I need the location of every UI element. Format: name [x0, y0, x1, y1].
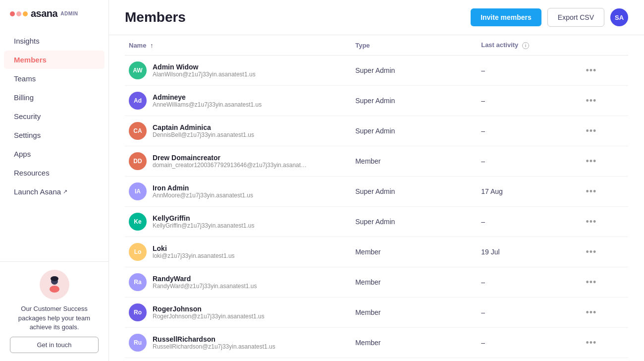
members-table: Name ↑ Type Last activity i AW A — [125, 35, 628, 361]
member-actions-button-6[interactable]: ••• — [582, 245, 600, 259]
member-email-9: RussellRichardson@z1u7j33yin.asanatest1.… — [153, 343, 275, 350]
member-email-1: AnneWilliams@z1u7j33yin.asanatest1.us — [153, 101, 262, 108]
dot-orange — [23, 11, 28, 16]
sidebar-nav: InsightsMembersTeamsBillingSecuritySetti… — [0, 27, 108, 261]
main-content: Members Invite members Export CSV SA Nam… — [109, 0, 644, 361]
table-row: AW Admin Widow AlanWilson@z1u7j33yin.asa… — [125, 56, 628, 86]
member-email-4: AnnMoore@z1u7j33yin.asanatest1.us — [153, 192, 253, 199]
customer-success-card: Our Customer Success packages help your … — [10, 270, 99, 353]
member-type-0: Super Admin — [351, 56, 477, 86]
activity-info-icon[interactable]: i — [522, 42, 529, 49]
column-header-name[interactable]: Name ↑ — [125, 35, 351, 56]
get-in-touch-button[interactable]: Get in touch — [10, 337, 99, 353]
member-email-2: DennisBell@z1u7j33yin.asanatest1.us — [153, 131, 254, 138]
member-actions-3: ••• — [578, 146, 628, 177]
member-activity-1: – — [477, 86, 578, 116]
column-header-activity[interactable]: Last activity i — [477, 35, 578, 56]
member-name-4: Iron Admin — [153, 184, 253, 192]
member-actions-7: ••• — [578, 267, 628, 298]
table-header: Name ↑ Type Last activity i — [125, 35, 628, 56]
sidebar-item-security[interactable]: Security — [4, 107, 105, 125]
member-avatar-7: Ra — [129, 273, 147, 291]
user-avatar[interactable]: SA — [610, 8, 628, 26]
member-email-7: RandyWard@z1u7j33yin.asanatest1.us — [153, 283, 257, 290]
invite-members-button[interactable]: Invite members — [471, 8, 541, 26]
member-cell-5: Ke KellyGriffin KellyGriffin@z1u7j33yin.… — [125, 207, 351, 237]
member-actions-1: ••• — [578, 86, 628, 116]
member-type-5: Super Admin — [351, 207, 477, 237]
member-type-2: Super Admin — [351, 116, 477, 146]
member-cell-8: Ro RogerJohnson RogerJohnson@z1u7j33yin.… — [125, 298, 351, 328]
sidebar-item-settings[interactable]: Settings — [4, 126, 105, 144]
member-activity-4: 17 Aug — [477, 177, 578, 207]
member-activity-3: – — [477, 146, 578, 177]
member-activity-5: – — [477, 207, 578, 237]
member-actions-button-2[interactable]: ••• — [582, 124, 600, 138]
logo-text: asana — [31, 8, 57, 19]
table-row: SA Super Admin user_5isrnrlegv@z1u7j33yi… — [125, 358, 628, 361]
member-cell-4: IA Iron Admin AnnMoore@z1u7j33yin.asanat… — [125, 177, 351, 207]
member-name-1: Admineye — [153, 93, 262, 101]
member-name-5: KellyGriffin — [153, 214, 254, 222]
member-activity-6: 19 Jul — [477, 237, 578, 267]
dot-red — [10, 11, 15, 16]
table-row: DD Drew Domaincreator domain_creator1200… — [125, 146, 628, 177]
sidebar-item-insights[interactable]: Insights — [4, 32, 105, 50]
member-avatar-1: Ad — [129, 92, 147, 110]
member-actions-5: ••• — [578, 207, 628, 237]
sidebar-item-members[interactable]: Members — [4, 51, 105, 69]
member-actions-button-5[interactable]: ••• — [582, 215, 600, 229]
member-actions-button-0[interactable]: ••• — [582, 63, 600, 78]
column-header-type[interactable]: Type — [351, 35, 477, 56]
member-avatar-6: Lo — [129, 243, 147, 261]
asana-logo: asana ADMIN — [10, 8, 78, 19]
member-email-0: AlanWilson@z1u7j33yin.asanatest1.us — [153, 71, 256, 78]
admin-badge: ADMIN — [60, 11, 78, 16]
table-row: Ad Admineye AnneWilliams@z1u7j33yin.asan… — [125, 86, 628, 116]
svg-point-2 — [51, 276, 58, 281]
member-cell-10: SA Super Admin user_5isrnrlegv@z1u7j33yi… — [125, 358, 351, 361]
sidebar-item-apps[interactable]: Apps — [4, 145, 105, 163]
member-actions-button-8[interactable]: ••• — [582, 305, 600, 320]
member-activity-2: – — [477, 116, 578, 146]
sidebar-bottom: Our Customer Success packages help your … — [0, 261, 108, 361]
member-name-8: RogerJohnson — [153, 305, 265, 313]
asana-dots — [10, 11, 28, 16]
member-actions-button-3[interactable]: ••• — [582, 154, 600, 169]
table-row: Lo Loki loki@z1u7j33yin.asanatest1.us Me… — [125, 237, 628, 267]
member-actions-button-4[interactable]: ••• — [582, 184, 600, 199]
member-name-0: Admin Widow — [153, 63, 256, 71]
member-email-6: loki@z1u7j33yin.asanatest1.us — [153, 252, 235, 259]
member-name-6: Loki — [153, 244, 235, 252]
members-table-container: Name ↑ Type Last activity i AW A — [109, 35, 644, 361]
member-type-4: Super Admin — [351, 177, 477, 207]
member-activity-8: – — [477, 298, 578, 328]
sidebar-item-teams[interactable]: Teams — [4, 69, 105, 88]
member-cell-3: DD Drew Domaincreator domain_creator1200… — [125, 146, 351, 177]
member-name-3: Drew Domaincreator — [153, 154, 307, 162]
member-actions-button-9[interactable]: ••• — [582, 336, 600, 350]
member-actions-button-7[interactable]: ••• — [582, 275, 600, 290]
member-cell-2: CA Captain Adminica DennisBell@z1u7j33yi… — [125, 116, 351, 146]
member-name-9: RussellRichardson — [153, 335, 275, 343]
member-activity-10: Today — [477, 358, 578, 361]
sidebar-item-resources[interactable]: Resources — [4, 164, 105, 182]
cs-illustration — [40, 270, 69, 300]
member-type-10: Super Admin, Billing Owner — [351, 358, 477, 361]
export-csv-button[interactable]: Export CSV — [547, 8, 604, 27]
member-avatar-3: DD — [129, 152, 147, 170]
member-name-7: RandyWard — [153, 275, 257, 283]
dot-pink — [16, 11, 21, 16]
cs-text: Our Customer Success packages help your … — [10, 304, 99, 332]
member-actions-button-1[interactable]: ••• — [582, 94, 600, 108]
member-avatar-9: Ru — [129, 334, 147, 352]
member-actions-10: ••• — [578, 358, 628, 361]
member-type-3: Member — [351, 146, 477, 177]
launch-asana-link[interactable]: Launch Asana ↗ — [4, 182, 105, 201]
header: Members Invite members Export CSV SA — [109, 0, 644, 35]
table-row: Ra RandyWard RandyWard@z1u7j33yin.asanat… — [125, 267, 628, 298]
member-activity-7: – — [477, 267, 578, 298]
sort-arrow-icon: ↑ — [150, 42, 154, 49]
member-type-1: Super Admin — [351, 86, 477, 116]
sidebar-item-billing[interactable]: Billing — [4, 88, 105, 107]
